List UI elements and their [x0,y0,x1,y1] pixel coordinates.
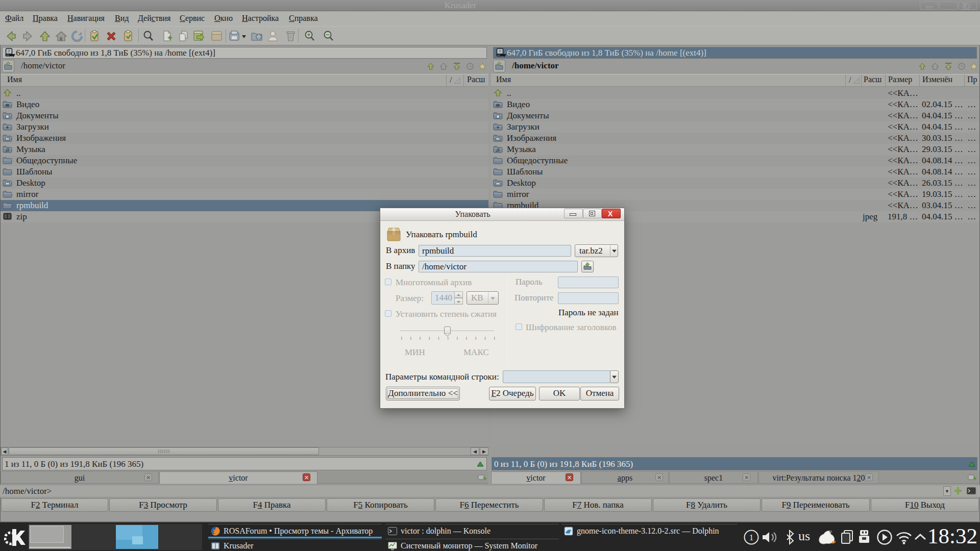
svg-text:1: 1 [749,533,754,542]
